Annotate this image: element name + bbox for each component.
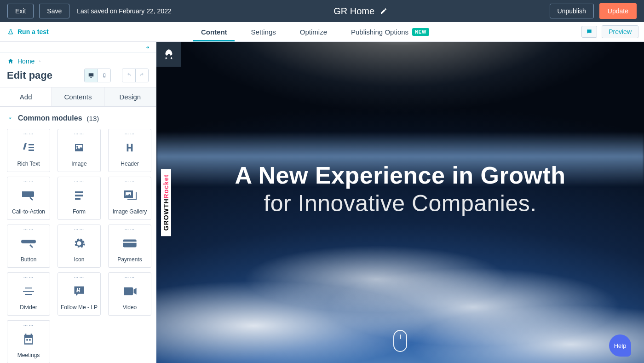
top-bar: Exit Save Last saved on February 22, 202… xyxy=(0,0,644,22)
page-title: GR Home xyxy=(334,6,374,17)
drag-handle-icon: ••• ••• xyxy=(23,324,33,326)
viewport-toggle xyxy=(84,69,111,82)
run-test-label: Run a test xyxy=(17,28,49,35)
drag-handle-icon: ••• ••• xyxy=(74,181,84,183)
module-image-gallery[interactable]: ••• ••• Image Gallery xyxy=(108,177,151,220)
sidebar-title: Edit page xyxy=(7,69,52,81)
home-icon xyxy=(7,58,14,64)
module-header[interactable]: ••• ••• Header xyxy=(108,129,151,172)
sidebar-tabs: Add Contents Design xyxy=(0,87,156,107)
save-button[interactable]: Save xyxy=(39,4,69,18)
module-meetings[interactable]: ••• ••• Meetings xyxy=(7,320,50,363)
credit-card-icon xyxy=(123,238,137,248)
module-label: Button xyxy=(21,256,37,263)
collapse-sidebar-icon[interactable] xyxy=(144,45,151,50)
exit-button[interactable]: Exit xyxy=(7,4,34,18)
divider-icon xyxy=(22,287,35,296)
video-icon xyxy=(123,286,137,296)
drag-handle-icon: ••• ••• xyxy=(125,277,134,278)
module-label: Image xyxy=(71,161,86,167)
chevron-down-icon xyxy=(7,115,13,121)
sidebar-tab-add[interactable]: Add xyxy=(0,87,52,106)
module-label: Image Gallery xyxy=(113,208,147,215)
calendar-icon xyxy=(22,333,35,346)
module-image[interactable]: ••• ••• Image xyxy=(58,129,101,172)
header-icon xyxy=(125,141,135,154)
module-label: Header xyxy=(121,161,138,167)
desktop-icon xyxy=(87,72,95,79)
drag-handle-icon: ••• ••• xyxy=(125,229,134,230)
drag-handle-icon: ••• ••• xyxy=(23,277,33,278)
drag-handle-icon: ••• ••• xyxy=(125,181,134,183)
module-rich-text[interactable]: ••• ••• Rich Text xyxy=(7,129,50,172)
module-label: Video xyxy=(123,304,137,311)
gallery-icon xyxy=(123,190,137,202)
module-video[interactable]: ••• ••• Video xyxy=(108,272,151,316)
main-area: Home Edit page xyxy=(0,42,644,363)
drag-handle-icon: ••• ••• xyxy=(23,229,33,230)
scroll-indicator-icon xyxy=(393,330,407,352)
preview-button[interactable]: Preview xyxy=(602,25,638,38)
rich-text-icon xyxy=(21,141,36,154)
desktop-view-button[interactable] xyxy=(85,69,98,82)
tab-settings[interactable]: Settings xyxy=(239,22,288,41)
comments-button[interactable] xyxy=(581,26,597,38)
form-icon xyxy=(73,190,85,201)
image-icon xyxy=(73,142,86,153)
drag-handle-icon: ••• ••• xyxy=(74,229,84,230)
breadcrumb[interactable]: Home xyxy=(0,53,156,67)
hero-headline-line2: for Innovative Companies. xyxy=(156,190,644,217)
sidebar-tab-design[interactable]: Design xyxy=(104,87,156,106)
last-saved-link[interactable]: Last saved on February 22, 2022 xyxy=(77,7,171,15)
rocket-icon xyxy=(163,48,175,60)
module-follow-me[interactable]: ••• ••• Follow Me - LP xyxy=(58,272,101,316)
drag-handle-icon: ••• ••• xyxy=(23,181,33,183)
module-icon[interactable]: ••• ••• Icon xyxy=(58,225,101,268)
drag-handle-icon: ••• ••• xyxy=(74,277,84,278)
tab-publishing-label: Publishing Options xyxy=(351,28,408,36)
run-test-link[interactable]: Run a test xyxy=(7,22,49,41)
help-button[interactable]: Help xyxy=(609,334,631,357)
undo-icon xyxy=(125,72,132,79)
tab-content[interactable]: Content xyxy=(189,22,239,41)
comment-icon xyxy=(586,29,593,35)
undo-button[interactable] xyxy=(122,69,135,82)
secondary-bar: Run a test Content Settings Optimize Pub… xyxy=(0,22,644,42)
module-label: Follow Me - LP xyxy=(61,304,98,311)
module-payments[interactable]: ••• ••• Payments xyxy=(108,225,151,268)
rocket-overlay-button[interactable] xyxy=(156,42,181,67)
cta-icon xyxy=(21,190,36,202)
redo-icon xyxy=(138,72,146,79)
mobile-view-button[interactable] xyxy=(98,69,110,82)
module-label: Payments xyxy=(117,256,142,263)
module-label: Meetings xyxy=(17,352,40,358)
module-divider[interactable]: ••• ••• Divider xyxy=(7,272,50,316)
drag-handle-icon: ••• ••• xyxy=(74,133,84,135)
sidebar-tab-contents[interactable]: Contents xyxy=(52,87,104,106)
sidebar: Home Edit page xyxy=(0,42,156,363)
common-modules-title: Common modules xyxy=(18,114,82,122)
module-button[interactable]: ••• ••• Button xyxy=(7,225,50,268)
button-icon xyxy=(21,238,36,249)
tab-optimize[interactable]: Optimize xyxy=(288,22,339,41)
beaker-icon xyxy=(7,29,14,35)
module-label: Icon xyxy=(74,256,85,263)
hashtag-bubble-icon xyxy=(72,285,86,298)
chevron-right-icon xyxy=(38,59,42,63)
common-modules-count: (13) xyxy=(87,115,99,122)
page-preview[interactable]: A New Experience in Growth for Innovativ… xyxy=(156,42,644,363)
canvas-area: A New Experience in Growth for Innovativ… xyxy=(156,42,644,363)
redo-button[interactable] xyxy=(135,69,148,82)
pencil-icon[interactable] xyxy=(380,7,387,15)
drag-handle-icon: ••• ••• xyxy=(125,133,134,135)
module-label: Call-to-Action xyxy=(12,208,45,215)
update-button[interactable]: Update xyxy=(599,3,637,19)
module-label: Rich Text xyxy=(17,161,40,167)
unpublish-button[interactable]: Unpublish xyxy=(550,4,594,18)
gear-icon xyxy=(73,237,86,250)
common-modules-toggle[interactable]: Common modules (13) xyxy=(7,114,149,122)
module-cta[interactable]: ••• ••• Call-to-Action xyxy=(7,177,50,220)
tab-publishing-options[interactable]: Publishing Options NEW xyxy=(339,22,441,41)
module-form[interactable]: ••• ••• Form xyxy=(58,177,101,220)
hero-headline-line1: A New Experience in Growth xyxy=(156,161,644,189)
